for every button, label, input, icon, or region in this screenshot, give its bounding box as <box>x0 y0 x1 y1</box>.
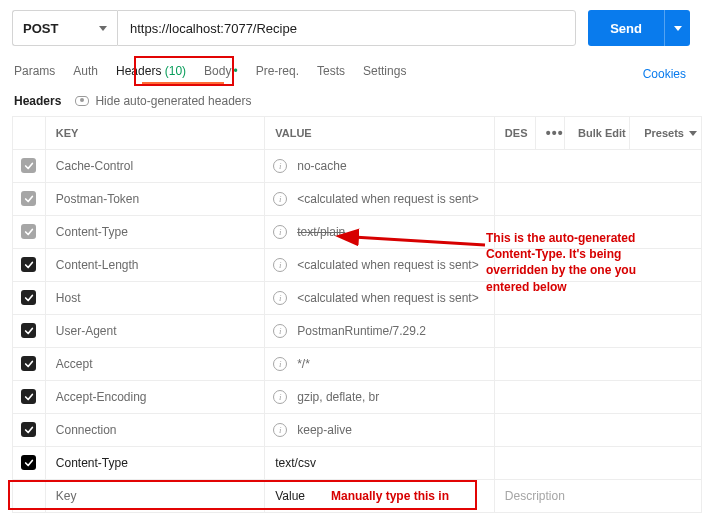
header-value-cell[interactable]: i*/* <box>265 348 495 381</box>
table-row: Content-Lengthi<calculated when request … <box>13 249 702 282</box>
header-value-cell[interactable]: i<calculated when request is sent> <box>265 183 495 216</box>
table-row: User-AgentiPostmanRuntime/7.29.2 <box>13 315 702 348</box>
toggle-auto-headers[interactable]: Hide auto-generated headers <box>75 94 251 108</box>
row-checkbox[interactable] <box>21 191 36 206</box>
tab-tests[interactable]: Tests <box>317 64 345 84</box>
header-value-cell[interactable]: itext/plain <box>265 216 495 249</box>
table-row: Hosti<calculated when request is sent> <box>13 282 702 315</box>
header-value-cell[interactable]: ino-cache <box>265 150 495 183</box>
tab-prereq[interactable]: Pre-req. <box>256 64 299 84</box>
column-options-button[interactable]: ••• <box>535 117 564 150</box>
row-checkbox[interactable] <box>21 422 36 437</box>
chevron-down-icon <box>674 26 682 31</box>
request-url-input[interactable] <box>117 10 576 46</box>
row-checkbox[interactable] <box>21 257 36 272</box>
header-desc-cell[interactable] <box>494 447 701 480</box>
header-key-cell[interactable]: Cache-Control <box>45 150 264 183</box>
header-key-cell[interactable]: Accept-Encoding <box>45 381 264 414</box>
info-icon: i <box>273 258 287 272</box>
eye-off-icon <box>75 96 89 106</box>
header-key-cell[interactable]: Postman-Token <box>45 183 264 216</box>
row-checkbox[interactable] <box>21 323 36 338</box>
table-row: Postman-Tokeni<calculated when request i… <box>13 183 702 216</box>
info-icon: i <box>273 423 287 437</box>
header-desc-cell[interactable] <box>494 315 701 348</box>
header-key-cell[interactable]: Accept <box>45 348 264 381</box>
http-method-select[interactable]: POST <box>12 10 117 46</box>
header-key-cell[interactable]: User-Agent <box>45 315 264 348</box>
info-icon: i <box>273 225 287 239</box>
request-tabs: Params Auth Headers (10) Body Pre-req. T… <box>0 56 702 84</box>
table-row: Cache-Controlino-cache <box>13 150 702 183</box>
header-value-cell[interactable]: iPostmanRuntime/7.29.2 <box>265 315 495 348</box>
col-key: KEY <box>45 117 264 150</box>
table-header-row: KEY VALUE DES ••• Bulk Edit Presets <box>13 117 702 150</box>
tab-label: Headers <box>116 64 161 78</box>
new-key-input[interactable]: Key <box>45 480 264 513</box>
new-value-input[interactable]: Value <box>265 480 495 513</box>
info-icon: i <box>273 324 287 338</box>
header-value-cell[interactable]: ikeep-alive <box>265 414 495 447</box>
toggle-auto-headers-label: Hide auto-generated headers <box>95 94 251 108</box>
presets-label: Presets <box>644 127 684 139</box>
header-key-cell[interactable]: Content-Type <box>45 447 264 480</box>
header-key-cell[interactable]: Host <box>45 282 264 315</box>
header-value-cell[interactable]: i<calculated when request is sent> <box>265 282 495 315</box>
header-desc-cell[interactable] <box>494 282 701 315</box>
tab-headers[interactable]: Headers (10) <box>116 64 186 84</box>
cookies-link[interactable]: Cookies <box>643 67 690 81</box>
header-value-cell[interactable]: text/csv <box>265 447 495 480</box>
table-row: Accepti*/* <box>13 348 702 381</box>
header-desc-cell[interactable] <box>494 216 701 249</box>
row-checkbox[interactable] <box>21 389 36 404</box>
info-icon: i <box>273 159 287 173</box>
send-button[interactable]: Send <box>588 10 664 46</box>
header-key-cell[interactable]: Content-Type <box>45 216 264 249</box>
col-checkbox <box>13 117 46 150</box>
info-icon: i <box>273 192 287 206</box>
chevron-down-icon <box>99 26 107 31</box>
header-desc-cell[interactable] <box>494 348 701 381</box>
row-checkbox[interactable] <box>21 158 36 173</box>
http-method-value: POST <box>23 21 58 36</box>
info-icon: i <box>273 357 287 371</box>
header-desc-cell[interactable] <box>494 183 701 216</box>
send-options-button[interactable] <box>664 10 690 46</box>
col-value: VALUE <box>265 117 495 150</box>
active-tab-underline <box>142 82 224 84</box>
request-bar: POST Send <box>0 0 702 56</box>
headers-count: (10) <box>165 64 186 78</box>
row-checkbox[interactable] <box>21 224 36 239</box>
table-row: Accept-Encodingigzip, deflate, br <box>13 381 702 414</box>
header-value-cell[interactable]: i<calculated when request is sent> <box>265 249 495 282</box>
new-header-row[interactable]: KeyValueDescription <box>13 480 702 513</box>
header-desc-cell[interactable] <box>494 414 701 447</box>
header-desc-cell[interactable] <box>494 249 701 282</box>
header-key-cell[interactable]: Connection <box>45 414 264 447</box>
header-desc-cell[interactable] <box>494 381 701 414</box>
table-row: Content-Typetext/csv <box>13 447 702 480</box>
row-checkbox[interactable] <box>21 290 36 305</box>
tab-settings[interactable]: Settings <box>363 64 406 84</box>
tab-params[interactable]: Params <box>14 64 55 84</box>
info-icon: i <box>273 291 287 305</box>
info-icon: i <box>273 390 287 404</box>
new-desc-input[interactable]: Description <box>494 480 701 513</box>
tab-auth[interactable]: Auth <box>73 64 98 84</box>
headers-title: Headers <box>14 94 61 108</box>
table-row: Connectionikeep-alive <box>13 414 702 447</box>
headers-table: KEY VALUE DES ••• Bulk Edit Presets Cach… <box>12 116 702 513</box>
col-desc: DES <box>494 117 535 150</box>
header-value-cell[interactable]: igzip, deflate, br <box>265 381 495 414</box>
chevron-down-icon <box>689 131 697 136</box>
bulk-edit-button[interactable]: Bulk Edit <box>564 117 630 150</box>
row-checkbox[interactable] <box>21 455 36 470</box>
headers-sub-bar: Headers Hide auto-generated headers <box>0 84 702 116</box>
header-desc-cell[interactable] <box>494 150 701 183</box>
row-checkbox[interactable] <box>21 356 36 371</box>
table-row: Content-Typeitext/plain <box>13 216 702 249</box>
header-key-cell[interactable]: Content-Length <box>45 249 264 282</box>
presets-button[interactable]: Presets <box>630 117 702 150</box>
send-button-group: Send <box>588 10 690 46</box>
tab-body[interactable]: Body <box>204 64 238 84</box>
